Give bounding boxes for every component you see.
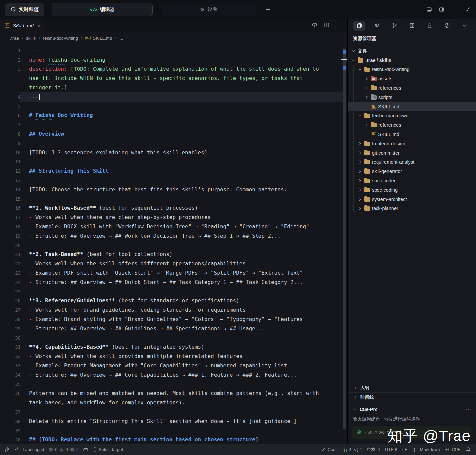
tree-item-references[interactable]: references <box>348 120 476 130</box>
close-tab-icon[interactable]: × <box>38 23 41 28</box>
code-line[interactable]: 4--- <box>0 92 347 102</box>
code-line[interactable]: 13 <box>0 176 347 185</box>
braces-indicator[interactable]: {} <box>412 447 415 452</box>
more-actions-icon[interactable]: ··· <box>336 23 341 28</box>
code-line[interactable]: 8## Overview <box>0 129 347 139</box>
tree-item-skill-md[interactable]: M↓SKILL.md <box>348 102 476 111</box>
preview-eye-icon[interactable] <box>312 22 317 29</box>
code-line[interactable]: 24- Structure: ## Overview → ## Quick St… <box>0 278 347 287</box>
tree-item-system-architect[interactable]: system-architect <box>348 195 476 204</box>
run-icon[interactable] <box>441 21 453 31</box>
cursor-position[interactable]: 行 4, 列 4 <box>343 447 362 453</box>
realtime-follow-button[interactable]: 实时跟随 <box>5 3 44 16</box>
breadcrumb-item-skill-md[interactable]: M↓SKILL.md <box>85 36 112 41</box>
tree-item-feishu-doc-writing[interactable]: feishu-doc-writing <box>348 65 476 74</box>
bell-icon[interactable] <box>466 447 471 452</box>
outline-section[interactable]: 大纲 <box>348 383 476 392</box>
code-line[interactable]: task-based, add workflow for complex ope… <box>0 398 347 407</box>
breadcrumb-item-trae[interactable]: .trae <box>10 36 19 41</box>
toggle-panel-right-icon[interactable] <box>439 7 444 12</box>
code-line[interactable]: 17- Works well when there are clear step… <box>0 213 347 222</box>
code-line[interactable]: 31**4. Capabilities-Based** (best for in… <box>0 342 347 352</box>
code-line[interactable]: 25 <box>0 287 347 296</box>
code-line[interactable]: use it. Include WHEN to use this skill -… <box>0 74 347 83</box>
code-line[interactable]: 33- Example: Product Management with "Co… <box>0 361 347 370</box>
tree-item-skill-generator[interactable]: skill-generator <box>348 167 476 176</box>
chevron-down-icon[interactable] <box>458 21 470 31</box>
code-line[interactable]: 20 <box>0 241 347 250</box>
code-line[interactable]: 10[TODO: 1-2 sentences explaining what t… <box>0 148 347 157</box>
tree-item-skill-md[interactable]: M↓SKILL.md <box>348 130 476 139</box>
collapse-window-icon[interactable] <box>465 7 471 12</box>
tree-item-feishu-markdown[interactable]: feishu-markdown <box>348 111 476 120</box>
language-mode[interactable]: Markdown <box>420 447 440 452</box>
tree-item-trae-skills[interactable]: .trae / skills <box>348 56 476 65</box>
code-line[interactable]: 22- Works well when the skill offers dif… <box>0 259 347 268</box>
tree-item-git-committer[interactable]: git-committer <box>348 148 476 158</box>
tree-item-requirement-analyst[interactable]: requirement-analyst <box>348 158 476 167</box>
tab-settings[interactable]: ⚙ 设置 <box>161 3 257 16</box>
cue-item[interactable]: CUE <box>445 447 461 452</box>
code-line[interactable]: 34- Structure: ## Overview → ## Core Cap… <box>0 370 347 380</box>
code-line[interactable]: 29- Structure: ## Overview → ## Guidelin… <box>0 324 347 333</box>
code-line[interactable]: 1--- <box>0 46 347 55</box>
diagnostics[interactable]: 0 0 2 <box>48 447 79 452</box>
code-line[interactable]: 18- Example: DOCX skill with "Workflow D… <box>0 222 347 231</box>
scrollbar[interactable] <box>341 47 347 440</box>
code-line[interactable]: 38Delete this entire "Structuring This S… <box>0 417 347 426</box>
code-line[interactable]: 2name: feishu-doc-writing <box>0 55 347 65</box>
rocket-icon[interactable] <box>4 447 9 452</box>
scrollbar-thumb[interactable] <box>343 48 346 429</box>
code-line[interactable]: 32- Works well when the skill provides m… <box>0 352 347 361</box>
indentation[interactable]: 空格: 4 <box>367 447 380 453</box>
tree-item-task-planner[interactable]: task-planner <box>348 204 476 213</box>
code-line[interactable]: 14[TODO: Choose the structure that best … <box>0 185 347 194</box>
code-line[interactable]: 30 <box>0 333 347 342</box>
code-line[interactable]: 27- Works well for brand guidelines, cod… <box>0 305 347 315</box>
beaker-icon[interactable] <box>423 21 435 31</box>
codin-item[interactable]: Codin <box>321 447 339 452</box>
timeline-section[interactable]: 时间线 <box>348 392 476 402</box>
source-control-icon[interactable] <box>388 21 400 31</box>
code-line[interactable]: 12## Structuring This Skill <box>0 166 347 176</box>
code-line[interactable]: 35 <box>0 380 347 389</box>
more-icon[interactable]: ··· <box>464 36 470 41</box>
code-line[interactable]: 6# Feishu Doc Writing <box>0 111 347 120</box>
select-target-item[interactable]: Select target <box>93 447 123 452</box>
code-editor[interactable]: 1---2name: feishu-doc-writing3descriptio… <box>0 44 347 444</box>
encoding[interactable]: UTF-8 <box>385 447 397 452</box>
code-line[interactable]: 15 <box>0 194 347 204</box>
split-editor-icon[interactable] <box>324 23 329 29</box>
tree-item-scripts[interactable]: scripts <box>348 93 476 102</box>
code-line[interactable]: 19- Structure: ## Overview → ## Workflow… <box>0 231 347 241</box>
toggle-panel-bottom-icon[interactable] <box>426 7 432 12</box>
code-line[interactable]: 16**1. Workflow-Based** (best for sequen… <box>0 204 347 213</box>
breadcrumb-item-skills[interactable]: skills <box>26 36 36 41</box>
eol-sequence[interactable]: LF <box>402 447 407 452</box>
code-line[interactable]: 21**2. Task-Based** (best for tool colle… <box>0 250 347 259</box>
files-icon[interactable] <box>353 21 365 31</box>
breadcrumb-item-feishu-doc-writing[interactable]: feishu-doc-writing <box>43 36 78 41</box>
code-line[interactable]: 3description: [TODO: Complete and inform… <box>0 65 347 74</box>
search-icon[interactable] <box>371 21 383 31</box>
extensions-icon[interactable] <box>406 21 418 31</box>
port-icon[interactable] <box>83 447 88 452</box>
code-line[interactable]: 39 <box>0 426 347 435</box>
tree-item-assets[interactable]: assets <box>348 74 476 83</box>
code-line[interactable]: 40## [TODO: Replace with the first main … <box>0 435 347 444</box>
code-line[interactable]: 9 <box>0 139 347 148</box>
new-tab-button[interactable]: + <box>264 5 272 14</box>
code-line[interactable]: 23- Example: PDF skill with "Quick Start… <box>0 268 347 278</box>
code-line[interactable]: 26**3. Reference/Guidelines** (best for … <box>0 296 347 305</box>
tree-item-references[interactable]: references <box>348 83 476 93</box>
code-line[interactable]: 28- Example: Brand styling with "Brand G… <box>0 315 347 324</box>
launchpad-label[interactable]: Launchpad <box>23 447 44 452</box>
code-line[interactable]: 5 <box>0 102 347 111</box>
remote-icon[interactable] <box>14 447 19 452</box>
cuepro-header[interactable]: Cue-Pro ··· <box>352 404 471 414</box>
code-line[interactable]: 11 <box>0 157 347 166</box>
code-line[interactable]: 7 <box>0 120 347 129</box>
tree-item-frontend-design[interactable]: frontend-design <box>348 139 476 148</box>
code-line[interactable]: trigger it.] <box>0 83 347 92</box>
code-line[interactable]: 37 <box>0 407 347 417</box>
